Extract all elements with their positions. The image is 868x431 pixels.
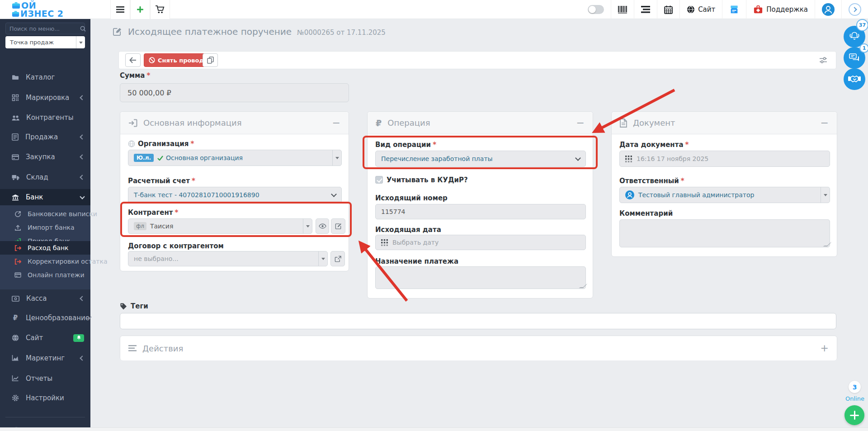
- copy-icon: [207, 57, 214, 64]
- floating-add-button[interactable]: [844, 405, 864, 425]
- comment-label: Комментарий: [619, 209, 673, 218]
- sidebar-item-sajt[interactable]: Сайт: [0, 331, 90, 345]
- quick-add-button[interactable]: [130, 0, 150, 19]
- chevron-down-icon: [331, 191, 337, 197]
- menu-search-input[interactable]: [9, 25, 80, 32]
- expand-button[interactable]: +: [821, 343, 829, 353]
- contractor-edit-button[interactable]: [331, 218, 345, 234]
- sidebar-item-cenoobrazovanie[interactable]: ₽ Ценообразование: [0, 311, 90, 325]
- contract-open-button[interactable]: [330, 251, 345, 266]
- panel-title: Действия: [142, 344, 183, 353]
- org-select[interactable]: Ю.л. Основная организация: [128, 150, 342, 166]
- contract-placeholder: не выбрано...: [134, 255, 179, 262]
- collapse-button[interactable]: −: [576, 118, 585, 128]
- line-chart-icon: [12, 375, 19, 382]
- contract-select[interactable]: не выбрано...: [128, 251, 328, 266]
- edit-document-icon: [112, 27, 122, 37]
- sidebar-item-prodazha[interactable]: Продажа: [0, 130, 90, 144]
- toolbar-settings-button[interactable]: [816, 53, 830, 67]
- out-date-label: Исходящая дата: [375, 226, 441, 234]
- online-count-badge[interactable]: 3: [849, 381, 861, 393]
- date-grid-icon: [381, 239, 388, 246]
- doc-date-value: 16:16 17 ноября 2025: [637, 155, 708, 162]
- site-link[interactable]: Сайт: [679, 0, 722, 19]
- support-link[interactable]: Поддержка: [746, 0, 815, 19]
- collapse-topbar-button[interactable]: [841, 0, 868, 19]
- first-aid-icon: [753, 5, 763, 14]
- calendar-button[interactable]: [657, 0, 679, 19]
- pos-select[interactable]: Точка продаж: [5, 36, 85, 48]
- copy-button[interactable]: [203, 53, 218, 67]
- arrow-left-icon: [129, 57, 137, 63]
- collapse-button[interactable]: −: [821, 118, 829, 128]
- sidebar-item-katalog[interactable]: Каталог: [0, 71, 90, 84]
- amount-input[interactable]: 50 000,00 ₽: [120, 83, 349, 102]
- sidebar-item-sklad[interactable]: Склад: [0, 171, 90, 184]
- sidebar-item-kassa[interactable]: Касса: [0, 292, 90, 305]
- chevron-left-icon: [80, 154, 85, 159]
- doc-date-input[interactable]: 16:16 17 ноября 2025: [619, 151, 830, 167]
- partners-button[interactable]: [844, 68, 865, 90]
- chevron-left-icon: [80, 296, 85, 301]
- invoice-icon: [12, 133, 19, 141]
- sidebar-item-otchety[interactable]: Отчеты: [0, 372, 90, 385]
- kudir-checkbox[interactable]: [375, 176, 383, 184]
- actions-header[interactable]: Действия +: [120, 336, 837, 360]
- sidebar-item-bank-vypiski[interactable]: Банковские выписки: [0, 207, 90, 221]
- sidebar-item-bank[interactable]: Банк: [0, 189, 90, 205]
- pencil-square-icon: [335, 223, 342, 230]
- external-link-icon: [335, 256, 341, 262]
- cash-icon: [12, 296, 19, 302]
- back-button[interactable]: [125, 53, 141, 67]
- barcode-button[interactable]: [611, 0, 634, 19]
- sidebar-search[interactable]: [5, 23, 85, 34]
- tasks-button[interactable]: [634, 0, 657, 19]
- cart-button[interactable]: [150, 0, 170, 19]
- sidebar-item-nastrojki[interactable]: Настройки: [0, 391, 90, 405]
- card-icon: [14, 272, 21, 278]
- bank-icon: [12, 194, 19, 201]
- horizontal-scrollbar[interactable]: [0, 427, 868, 431]
- org-type-badge: Ю.л.: [134, 154, 154, 162]
- purpose-textarea[interactable]: [375, 266, 586, 289]
- tags-input[interactable]: [120, 313, 836, 329]
- out-date-input[interactable]: Выбрать дату: [375, 235, 586, 250]
- responsible-select[interactable]: Тестовый главный администратор: [619, 187, 830, 203]
- responsible-label: Ответственный*: [619, 177, 684, 185]
- menu-toggle-button[interactable]: [110, 0, 130, 19]
- kassa-button[interactable]: [722, 0, 746, 19]
- comment-textarea[interactable]: [619, 219, 830, 247]
- sidebar-item-kontragenty[interactable]: Контрагенты: [0, 111, 90, 124]
- document-header: Документ −: [612, 112, 837, 134]
- briefcase-icon: [12, 2, 20, 9]
- sign-in-icon: [128, 119, 137, 127]
- bell-icon: [849, 31, 860, 43]
- chevron-down-icon: [318, 251, 327, 266]
- org-label: Организация*: [128, 140, 194, 148]
- sidebar-item-zakupka[interactable]: Закупка: [0, 150, 90, 164]
- globe-icon: [12, 334, 19, 341]
- export-arrow-icon: [14, 211, 21, 218]
- sidebar-item-bank-import[interactable]: Импорт банка: [0, 221, 90, 234]
- app-logo[interactable]: ОЙ ИЗНЕС 2: [12, 1, 64, 18]
- sidebar-item-marketing[interactable]: Маркетинг: [0, 351, 90, 365]
- sidebar-item-markirovka[interactable]: Маркировка: [0, 91, 90, 104]
- out-number-input[interactable]: 115774: [375, 204, 586, 219]
- collapse-button[interactable]: −: [332, 118, 340, 128]
- toggle-switch[interactable]: [588, 5, 604, 14]
- sidebar-item-bank-korrektirovki[interactable]: Корректировки остатка: [0, 255, 90, 268]
- theme-toggle[interactable]: [581, 0, 611, 19]
- sidebar-item-bank-rashod[interactable]: Расход банк: [0, 241, 90, 255]
- profile-button[interactable]: [815, 0, 841, 19]
- account-select[interactable]: Т-банк тест - 40702810710001916890: [128, 187, 342, 203]
- chevron-left-icon: [80, 95, 85, 100]
- qr-icon: [12, 94, 19, 101]
- contractor-select[interactable]: фл Таисия: [128, 218, 312, 234]
- operation-type-value: Перечисление заработной платы: [381, 155, 493, 162]
- actions-panel: Действия +: [120, 336, 837, 360]
- operation-type-select[interactable]: Перечисление заработной платы: [375, 151, 586, 167]
- tasks-list-icon: [641, 6, 650, 13]
- sidebar-item-bank-online[interactable]: Онлайн платежи: [0, 268, 90, 282]
- briefcase-icon: [12, 10, 19, 17]
- contractor-view-button[interactable]: [316, 218, 329, 234]
